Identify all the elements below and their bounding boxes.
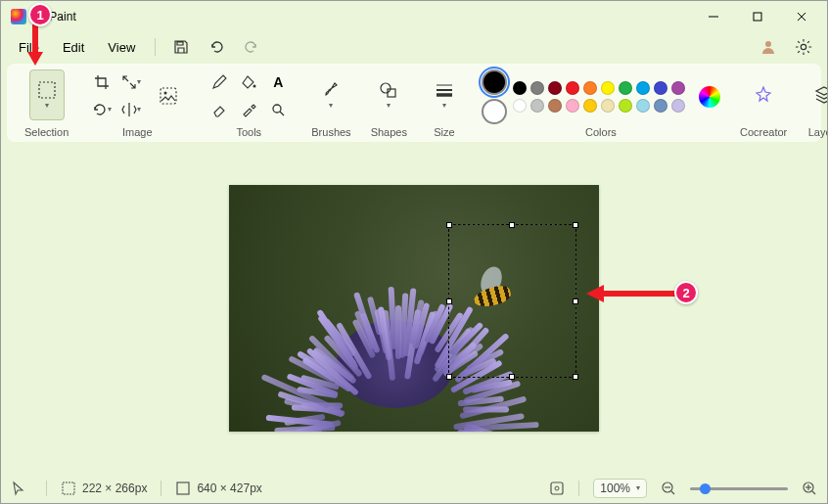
zoom-out-button[interactable] [661,481,676,496]
edit-colors-button[interactable] [699,86,720,108]
color-swatch[interactable] [548,99,562,113]
svg-point-12 [381,83,391,93]
fit-to-window-button[interactable] [549,481,565,496]
zoom-level-dropdown[interactable]: 100% ▾ [593,479,647,498]
color-swatch[interactable] [583,99,597,113]
ribbon-group-brushes: ▾ Brushes [303,68,358,140]
selection-handle-e[interactable] [573,298,578,304]
color-swatch[interactable] [530,99,544,113]
ribbon-group-image: ▾ ▾ ▾ Image [80,68,194,140]
color-swatch[interactable] [671,81,685,95]
size-button[interactable]: ▾ [427,69,462,120]
redo-button[interactable] [236,33,267,61]
color-swatch[interactable] [513,81,527,95]
rotate-button[interactable]: ▾ [88,97,115,122]
undo-button[interactable] [201,33,232,61]
menu-view[interactable]: View [98,36,145,59]
crop-button[interactable] [88,69,115,95]
svg-rect-1 [754,13,761,21]
color-swatch[interactable] [619,81,632,95]
svg-rect-19 [551,482,563,494]
shapes-button[interactable]: ▾ [371,69,406,120]
selection-handle-se[interactable] [573,374,578,380]
chevron-down-icon: ▾ [45,102,49,110]
svg-rect-7 [161,88,176,104]
maximize-button[interactable] [735,1,779,32]
ribbon-label-size: Size [434,126,454,138]
close-button[interactable] [779,1,823,32]
brushes-button[interactable]: ▾ [313,69,348,120]
ribbon-label-layers: Layers [808,126,828,138]
color-swatch[interactable] [601,99,615,113]
svg-rect-18 [177,482,189,494]
color-swatch[interactable] [636,81,650,95]
selection-handle-n[interactable] [509,222,515,228]
svg-point-5 [801,44,805,49]
color-swatch[interactable] [654,81,667,95]
fill-tool-button[interactable] [235,69,262,95]
color-swatch[interactable] [548,81,562,95]
primary-color-swatch[interactable] [482,69,507,95]
color-swatch[interactable] [583,81,597,95]
text-tool-button[interactable]: A [264,69,292,95]
color-swatch[interactable] [566,99,579,113]
annotation-arrow-1 [24,23,46,66]
color-swatch[interactable] [566,81,579,95]
color-swatch[interactable] [671,99,685,113]
selection-handle-sw[interactable] [446,374,452,380]
canvas[interactable] [229,185,599,432]
color-swatch[interactable] [530,81,544,95]
chevron-down-icon: ▾ [636,484,640,492]
svg-point-20 [555,486,559,490]
settings-button[interactable] [788,33,819,61]
selection-size: 222 × 266px [61,481,147,496]
eraser-tool-button[interactable] [206,97,233,122]
ribbon-label-cocreator: Cocreator [740,126,787,138]
color-swatch[interactable] [601,81,615,95]
color-picker-tool-button[interactable] [235,97,262,122]
secondary-color-swatch[interactable] [482,99,507,124]
zoom-level-value: 100% [600,481,630,495]
ribbon-group-size: ▾ Size [419,68,470,140]
save-button[interactable] [165,33,197,61]
resize-button[interactable]: ▾ [117,69,145,95]
menu-edit[interactable]: Edit [53,36,94,59]
svg-point-10 [273,105,281,113]
svg-marker-31 [586,285,604,302]
canvas-size: 640 × 427px [175,481,261,496]
ribbon-label-tools: Tools [236,126,261,138]
canvas-area[interactable] [1,146,827,474]
svg-marker-29 [27,52,43,66]
ribbon-group-cocreator: Cocreator [732,68,795,140]
color-swatch[interactable] [619,99,632,113]
ribbon-group-colors: Colors [474,68,728,140]
selection-tool-button[interactable]: ▾ [29,69,65,120]
color-swatch[interactable] [636,99,650,113]
annotation-arrow-2 [584,283,678,304]
selection-handle-s[interactable] [509,374,515,380]
ribbon: ▾ Selection ▾ ▾ ▾ Image [7,64,821,142]
color-swatch[interactable] [513,99,527,113]
magnifier-tool-button[interactable] [264,97,292,122]
ribbon-label-image: Image [122,126,153,138]
selection-rectangle[interactable] [448,224,576,378]
account-button[interactable] [753,33,784,61]
minimize-button[interactable] [691,1,735,32]
cocreator-button[interactable] [746,69,781,120]
cursor-position [11,481,32,496]
layers-button[interactable] [806,69,828,120]
pencil-tool-button[interactable] [206,69,233,95]
flip-button[interactable]: ▾ [117,97,145,122]
ribbon-label-selection: Selection [24,126,69,138]
zoom-slider[interactable] [690,487,788,490]
selection-handle-ne[interactable] [573,222,578,228]
svg-point-9 [253,85,256,88]
ribbon-label-brushes: Brushes [311,126,350,138]
menu-separator [155,38,156,56]
selection-handle-w[interactable] [446,298,452,304]
image-tools-button[interactable] [151,70,186,121]
zoom-slider-thumb[interactable] [700,483,711,494]
zoom-in-button[interactable] [802,481,817,496]
color-swatch[interactable] [654,99,667,113]
selection-handle-nw[interactable] [446,222,452,228]
